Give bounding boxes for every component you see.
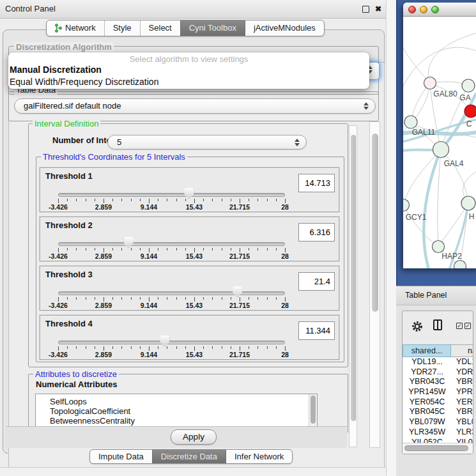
zoom-light[interactable] [431,6,439,13]
table-header-row: shared... na [403,344,473,357]
network-graph: GAL80GACGAL11GAL4GCY1HHAP2 [403,17,476,268]
tick-label: 9.144 [141,252,157,260]
threshold-value-field[interactable]: 14.713 [298,174,335,192]
tick-label: 15.43 [186,203,203,211]
tab-network[interactable]: Network [47,20,104,36]
threshold-value-field[interactable]: 6.316 [298,223,335,242]
slider-track[interactable] [58,291,285,295]
tab-impute-data[interactable]: Impute Data [90,450,152,463]
tick-label: 2.859 [95,252,112,260]
network-node-c[interactable] [464,105,476,118]
inner-scrollbar-thumb[interactable] [351,135,356,421]
dropdown-option-equal-width[interactable]: Equal Width/Frequency Discretization [8,76,369,88]
attribute-item-topologicalcoefficient[interactable]: TopologicalCoefficient [36,406,317,416]
column-header-shared[interactable]: shared... [403,344,451,357]
cell-name: YDL1 [451,357,473,367]
network-node-gcy1[interactable] [403,199,410,211]
tab-discretize-data[interactable]: Discretize Data [152,450,226,463]
network-node-gal80[interactable] [424,77,436,89]
tab-cyni-toolbox[interactable]: Cyni Toolbox [180,20,245,36]
cell-shared-name: YBR045C [403,407,451,417]
slider-track[interactable] [58,242,285,246]
hscrollbar-thumb[interactable] [404,445,468,451]
tab-style[interactable]: Style [104,20,140,36]
cell-name: YBL0 [451,417,473,427]
panel-title: Control Panel [5,0,56,18]
node-label: H [469,212,475,221]
desktop-background [0,467,386,476]
network-edge [428,33,476,83]
cell-name: YER0 [451,397,473,408]
network-node-ga[interactable] [462,79,475,92]
minimize-light[interactable] [420,6,427,13]
slider-track[interactable] [58,193,285,197]
column-header-name[interactable]: na [451,344,473,357]
columns-icon[interactable] [433,319,442,330]
slider-handle[interactable] [184,188,194,199]
table-row[interactable]: YDL19...YDL1 [403,357,473,367]
table-row[interactable]: YLR345WYLR3 [403,427,473,438]
tick-label: 28 [281,351,289,358]
tick-label: 2.859 [95,351,112,358]
float-icon[interactable] [362,6,369,13]
table-row[interactable]: YER054CYER0 [403,397,473,408]
cell-shared-name: YDL19... [403,357,451,367]
slider-handle[interactable] [160,335,169,347]
apply-button[interactable]: Apply [171,429,217,445]
tick-label: 28 [281,203,289,211]
network-node-gal4[interactable] [433,142,449,158]
dropdown-option-manual[interactable]: Manual Discretization [8,64,369,76]
list-scrollbar-thumb[interactable] [311,395,316,424]
tab-label: Select [149,20,172,36]
threshold-value-field[interactable]: 21.4 [298,272,335,291]
network-edge [441,150,468,203]
number-of-intervals-combo[interactable]: 5 [107,135,307,150]
network-node-hap2[interactable] [433,241,445,253]
network-canvas[interactable]: GAL80GACGAL11GAL4GCY1HHAP2 [403,17,476,268]
checkbox-icon[interactable]: ✓ [456,323,463,329]
close-icon[interactable]: ✖ [375,0,381,18]
panel-divider[interactable] [386,0,397,476]
threshold-value-field[interactable]: 11.344 [298,321,335,340]
table-data-combo[interactable]: galFiltered.sif default node [14,98,376,114]
tab-infer-network[interactable]: Infer Network [226,450,292,463]
table-row[interactable]: YBR043CYBR0 [403,377,473,387]
threshold-2-box: Threshold 2-3.4262.8599.14415.4321.71528… [40,217,339,261]
numerical-attributes-list[interactable]: SelfLoopsTopologicalCoefficientBetweenne… [35,394,318,427]
attribute-item-betweennesscentrality[interactable]: BetweennessCentrality [36,416,317,426]
slider-track[interactable] [58,341,285,344]
inner-scrollbar[interactable] [349,125,357,447]
network-view-window: GAL80GACGAL11GAL4GCY1HHAP2 [403,3,476,268]
tick-label: -3.426 [49,351,68,358]
table-row[interactable]: YDR27...YDR2 [403,367,473,378]
tab-select[interactable]: Select [140,20,180,36]
outer-scrollbar-thumb[interactable] [372,134,378,312]
list-scrollbar[interactable] [309,394,317,426]
checkbox-icon[interactable]: ✓ [464,323,471,329]
tab-jactivemnodules[interactable]: jActiveMNodules [245,20,324,36]
group-title: Attributes to discretize [33,369,119,379]
slider-handle[interactable] [233,286,242,298]
network-node-h[interactable] [461,196,475,210]
threshold-1-box: Threshold 1-3.4262.8599.14415.4321.71528… [40,167,339,212]
outer-scrollbar[interactable] [369,121,380,448]
cell-name: YBR0 [451,377,473,387]
node-label: GAL4 [444,159,464,168]
gear-icon[interactable] [410,319,424,334]
network-node-gal11[interactable] [404,116,417,128]
attribute-item-selfloops[interactable]: SelfLoops [36,394,317,406]
cell-shared-name: YER054C [403,397,451,408]
table-row[interactable]: YIL052CYIL0 [403,438,473,443]
network-edge [403,205,438,247]
table-horizontal-scrollbar[interactable] [403,443,473,454]
close-light[interactable] [408,6,416,13]
combo-stepper-icon [294,138,300,147]
network-node[interactable] [454,261,466,269]
tab-label: Discretize Data [161,450,217,463]
slider-handle[interactable] [124,237,134,249]
table-row[interactable]: YBR045CYBR0 [403,407,473,417]
network-window-titlebar[interactable] [403,3,476,17]
table-row[interactable]: YPR145WYPR1 [403,387,473,397]
table-row[interactable]: YBL079WYBL0 [403,417,473,427]
control-panel-window: Control Panel ✖ NetworkStyleSelectCyni T… [0,0,386,467]
